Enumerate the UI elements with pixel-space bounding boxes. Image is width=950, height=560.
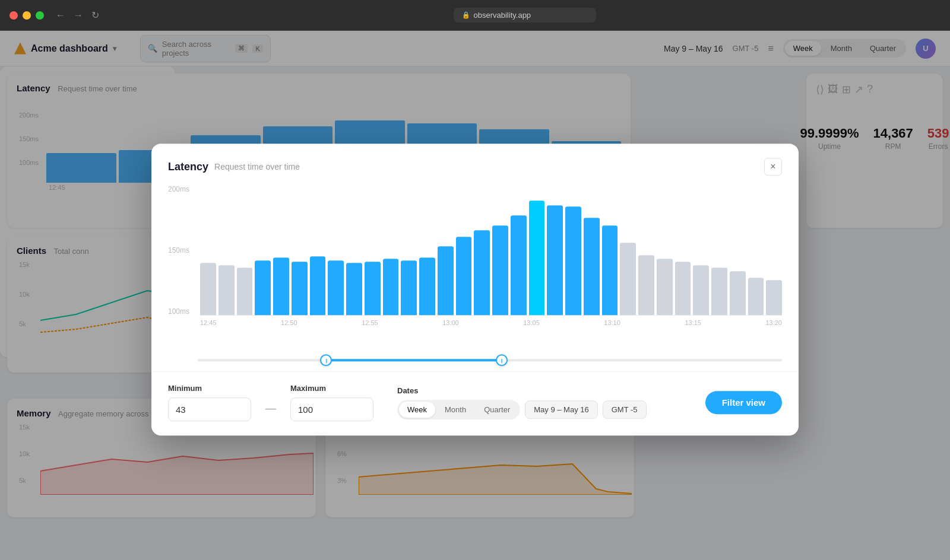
chart-bar [310,256,326,315]
modal-header: Latency Request time over time × [151,144,799,176]
chart-bar [766,280,782,315]
nav-buttons: ← → ↻ [53,8,102,22]
forward-button[interactable]: → [71,8,86,22]
chart-bar [693,265,709,315]
filter-view-button[interactable]: Filter view [705,391,782,414]
range-handle-left[interactable]: ||| [320,354,332,366]
modal-close-button[interactable]: × [764,158,782,176]
x-label-1245: 12:45 [200,319,217,326]
chart-bar [438,246,454,315]
close-traffic-light[interactable] [10,11,18,20]
chart-bar [547,205,563,315]
chart-bar [492,225,508,315]
minimum-label: Minimum [168,384,251,393]
modal-subtitle: Request time over time [214,162,300,171]
maximum-input[interactable] [290,397,373,421]
app: Acme dashboard ▾ 🔍 Search across project… [0,31,950,560]
range-dash: — [265,402,276,415]
chart-bar [255,260,271,315]
chart-bar [218,265,235,315]
chart-bar [584,218,600,315]
y-label-200ms: 200ms [168,185,189,193]
chart-bar [273,257,289,315]
chart-bar [200,263,216,315]
chart-bar [511,215,527,315]
chart-bar [730,271,746,315]
x-label-1305: 13:05 [523,319,540,326]
y-axis-labels: 200ms 150ms 100ms [168,185,189,316]
chart-bar [620,243,636,315]
modal-month-pill[interactable]: Month [436,402,474,418]
date-period-selector: Week Month Quarter [397,400,520,419]
browser-chrome: ← → ↻ 🔒 observability.app [0,0,950,31]
maximize-traffic-light[interactable] [36,11,44,20]
range-fill [326,359,501,361]
chart-bar [474,230,490,315]
traffic-lights [10,11,44,20]
minimum-group: Minimum [168,384,251,421]
chart-bar [237,268,253,315]
modal-date-range[interactable]: May 9 – May 16 [525,400,598,419]
x-label-1300: 13:00 [442,319,459,326]
reload-button[interactable]: ↻ [89,8,102,22]
minimize-traffic-light[interactable] [23,11,31,20]
chart-bar [401,260,417,315]
modal-title: Latency [168,161,208,173]
chart-bar [419,257,435,315]
chart-bar [657,259,673,315]
chart-bar [638,255,654,315]
x-label-1310: 13:10 [604,319,620,326]
chart-bars [200,185,782,316]
url-text: observability.app [474,11,531,20]
maximum-label: Maximum [290,384,373,393]
y-label-100ms: 100ms [168,307,189,316]
address-bar[interactable]: 🔒 observability.app [454,8,596,23]
y-label-150ms: 150ms [168,246,189,254]
minimum-input[interactable] [168,397,251,421]
chart-bar [346,263,362,315]
modal-timezone[interactable]: GMT -5 [603,400,647,419]
x-label-1315: 13:15 [685,319,701,326]
chart-bar [365,262,381,315]
chart-bar [383,259,399,315]
chart-bar [328,260,344,315]
range-handle-right[interactable]: ||| [496,354,508,366]
lock-icon: 🔒 [462,11,470,19]
chart-bar [565,206,581,315]
modal-footer: Minimum — Maximum Dates Week Month Quart… [151,371,799,435]
dates-group: Dates Week Month Quarter May 9 – May 16 … [397,386,647,419]
chart-bar [529,201,545,315]
modal-week-pill[interactable]: Week [399,402,435,418]
range-slider[interactable]: ||| ||| [198,354,782,367]
chart-bar [711,268,727,315]
x-label-1250: 12:50 [281,319,297,326]
x-axis-labels: 12:45 12:50 12:55 13:00 13:05 13:10 13:1… [200,316,782,330]
chart-bar [675,262,691,315]
chart-bar [456,237,472,315]
latency-modal: Latency Request time over time × 200ms 1… [151,144,799,435]
range-track [198,359,782,361]
modal-chart: 200ms 150ms 100ms 12:45 12:50 12:55 13:0… [151,176,799,354]
back-button[interactable]: ← [53,8,68,22]
modal-title-area: Latency Request time over time [168,161,300,173]
modal-quarter-pill[interactable]: Quarter [476,402,518,418]
x-label-1255: 12:55 [362,319,378,326]
x-label-1320: 13:20 [765,319,782,326]
dates-label: Dates [397,386,647,395]
dates-controls: Week Month Quarter May 9 – May 16 GMT -5 [397,400,647,419]
maximum-group: Maximum [290,384,373,421]
chart-bar [748,278,764,315]
chart-bar [292,262,308,315]
chart-bar [602,225,618,315]
